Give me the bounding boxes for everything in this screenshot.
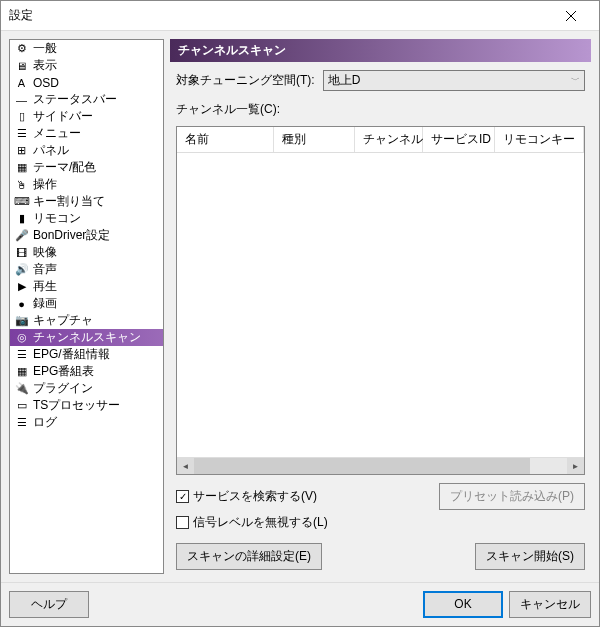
sidebar-item-icon: 🎞 xyxy=(14,245,29,260)
sidebar-item-11[interactable]: 🎤BonDriver設定 xyxy=(10,227,163,244)
sidebar-item-icon: ⊞ xyxy=(14,143,29,158)
ok-button[interactable]: OK xyxy=(423,591,503,618)
sidebar-item-7[interactable]: ▦テーマ/配色 xyxy=(10,159,163,176)
sidebar-item-14[interactable]: ▶再生 xyxy=(10,278,163,295)
sidebar-item-icon: ▶ xyxy=(14,279,29,294)
help-button[interactable]: ヘルプ xyxy=(9,591,89,618)
sidebar-item-icon: 🖱 xyxy=(14,177,29,192)
close-button[interactable] xyxy=(551,2,591,30)
search-service-checkbox-row[interactable]: ✓ サービスを検索する(V) xyxy=(176,488,317,505)
tuning-space-row: 対象チューニング空間(T): 地上D ﹀ xyxy=(170,68,591,93)
sidebar-item-label: 映像 xyxy=(33,244,57,261)
sidebar-item-18[interactable]: ☰EPG/番組情報 xyxy=(10,346,163,363)
chevron-down-icon: ﹀ xyxy=(571,74,580,87)
sidebar-item-icon: 🔌 xyxy=(14,381,29,396)
main-panel: チャンネルスキャン 対象チューニング空間(T): 地上D ﹀ チャンネル一覧(C… xyxy=(170,39,591,574)
sidebar-item-icon: 🖥 xyxy=(14,58,29,73)
sidebar-item-10[interactable]: ▮リモコン xyxy=(10,210,163,227)
scan-button-row: スキャンの詳細設定(E) スキャン開始(S) xyxy=(170,539,591,574)
channel-listview[interactable]: 名前 種別 チャンネル サービスID リモコンキー ◄ ► xyxy=(176,126,585,475)
search-service-label: サービスを検索する(V) xyxy=(193,488,317,505)
ignore-signal-checkbox-row[interactable]: 信号レベルを無視する(L) xyxy=(176,514,585,531)
sidebar-item-label: 表示 xyxy=(33,57,57,74)
tuning-space-value: 地上D xyxy=(328,72,361,89)
scroll-right-icon[interactable]: ► xyxy=(567,458,584,475)
sidebar-item-label: リモコン xyxy=(33,210,81,227)
sidebar-item-label: 音声 xyxy=(33,261,57,278)
sidebar-item-label: ステータスバー xyxy=(33,91,117,108)
scroll-track[interactable] xyxy=(194,458,567,474)
sidebar-item-label: ログ xyxy=(33,414,57,431)
scan-detail-button[interactable]: スキャンの詳細設定(E) xyxy=(176,543,322,570)
sidebar-item-label: サイドバー xyxy=(33,108,93,125)
sidebar-item-1[interactable]: 🖥表示 xyxy=(10,57,163,74)
sidebar-item-label: 一般 xyxy=(33,40,57,57)
ignore-signal-checkbox[interactable] xyxy=(176,516,189,529)
sidebar-item-8[interactable]: 🖱操作 xyxy=(10,176,163,193)
col-header-remote-key[interactable]: リモコンキー xyxy=(495,127,584,152)
sidebar-item-label: キャプチャ xyxy=(33,312,93,329)
sidebar-item-icon: ⚙ xyxy=(14,41,29,56)
sidebar-item-label: メニュー xyxy=(33,125,81,142)
sidebar-item-6[interactable]: ⊞パネル xyxy=(10,142,163,159)
sidebar-item-icon: 🔊 xyxy=(14,262,29,277)
sidebar-item-icon: ▦ xyxy=(14,364,29,379)
sidebar-item-icon: A xyxy=(14,75,29,90)
sidebar-item-icon: ▭ xyxy=(14,398,29,413)
search-service-row: ✓ サービスを検索する(V) プリセット読み込み(P) xyxy=(176,483,585,510)
col-header-type[interactable]: 種別 xyxy=(274,127,355,152)
sidebar-item-2[interactable]: AOSD xyxy=(10,74,163,91)
sidebar-item-label: キー割り当て xyxy=(33,193,105,210)
scroll-thumb[interactable] xyxy=(194,458,530,474)
sidebar-item-13[interactable]: 🔊音声 xyxy=(10,261,163,278)
sidebar-item-icon: — xyxy=(14,92,29,107)
sidebar: ⚙一般🖥表示AOSD—ステータスバー▯サイドバー☰メニュー⊞パネル▦テーマ/配色… xyxy=(9,39,164,574)
listview-header: 名前 種別 チャンネル サービスID リモコンキー xyxy=(177,127,584,153)
sidebar-item-20[interactable]: 🔌プラグイン xyxy=(10,380,163,397)
sidebar-item-icon: 🎤 xyxy=(14,228,29,243)
sidebar-item-icon: ☰ xyxy=(14,347,29,362)
channel-list-label: チャンネル一覧(C): xyxy=(176,101,280,118)
titlebar: 設定 xyxy=(1,1,599,31)
channel-list-label-row: チャンネル一覧(C): xyxy=(170,99,591,120)
preset-load-button[interactable]: プリセット読み込み(P) xyxy=(439,483,585,510)
tuning-space-label: 対象チューニング空間(T): xyxy=(176,72,315,89)
sidebar-item-19[interactable]: ▦EPG番組表 xyxy=(10,363,163,380)
col-header-channel[interactable]: チャンネル xyxy=(355,127,423,152)
sidebar-item-0[interactable]: ⚙一般 xyxy=(10,40,163,57)
sidebar-item-icon: ☰ xyxy=(14,126,29,141)
sidebar-item-icon: ● xyxy=(14,296,29,311)
scroll-left-icon[interactable]: ◄ xyxy=(177,458,194,475)
sidebar-item-5[interactable]: ☰メニュー xyxy=(10,125,163,142)
footer-right: OK キャンセル xyxy=(423,591,591,618)
col-header-name[interactable]: 名前 xyxy=(177,127,274,152)
sidebar-item-label: 操作 xyxy=(33,176,57,193)
col-header-service-id[interactable]: サービスID xyxy=(423,127,495,152)
sidebar-item-12[interactable]: 🎞映像 xyxy=(10,244,163,261)
ignore-signal-label: 信号レベルを無視する(L) xyxy=(193,514,328,531)
horizontal-scrollbar[interactable]: ◄ ► xyxy=(177,457,584,474)
sidebar-item-16[interactable]: 📷キャプチャ xyxy=(10,312,163,329)
sidebar-item-label: OSD xyxy=(33,76,59,90)
sidebar-item-9[interactable]: ⌨キー割り当て xyxy=(10,193,163,210)
search-service-checkbox[interactable]: ✓ xyxy=(176,490,189,503)
footer-left: ヘルプ xyxy=(9,591,89,618)
sidebar-item-17[interactable]: ◎チャンネルスキャン xyxy=(10,329,163,346)
settings-window: 設定 ⚙一般🖥表示AOSD—ステータスバー▯サイドバー☰メニュー⊞パネル▦テーマ… xyxy=(0,0,600,627)
tuning-space-select[interactable]: 地上D ﹀ xyxy=(323,70,585,91)
sidebar-item-3[interactable]: —ステータスバー xyxy=(10,91,163,108)
cancel-button[interactable]: キャンセル xyxy=(509,591,591,618)
sidebar-item-21[interactable]: ▭TSプロセッサー xyxy=(10,397,163,414)
sidebar-item-icon: 📷 xyxy=(14,313,29,328)
close-icon xyxy=(566,11,576,21)
sidebar-item-4[interactable]: ▯サイドバー xyxy=(10,108,163,125)
sidebar-item-label: テーマ/配色 xyxy=(33,159,96,176)
window-title: 設定 xyxy=(9,7,551,24)
sidebar-item-label: チャンネルスキャン xyxy=(33,329,141,346)
scan-start-button[interactable]: スキャン開始(S) xyxy=(475,543,585,570)
sidebar-item-label: EPG番組表 xyxy=(33,363,94,380)
sidebar-item-15[interactable]: ●録画 xyxy=(10,295,163,312)
sidebar-item-icon: ▯ xyxy=(14,109,29,124)
sidebar-item-22[interactable]: ☰ログ xyxy=(10,414,163,431)
sidebar-item-label: プラグイン xyxy=(33,380,93,397)
